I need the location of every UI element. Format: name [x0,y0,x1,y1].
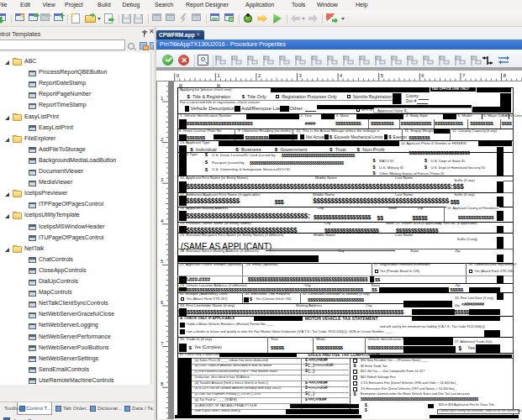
svg-text:6: 6 [421,73,424,78]
svg-text:3: 3 [299,73,303,78]
svg-text:3: 3 [161,177,164,182]
svg-text:1: 1 [217,73,220,78]
svg-text:8: 8 [504,73,507,78]
svg-text:4: 4 [340,73,343,78]
svg-text:2: 2 [258,73,261,78]
svg-text:5: 5 [381,73,384,78]
svg-text:1: 1 [161,96,164,101]
svg-text:8: 8 [161,381,164,386]
svg-text:7: 7 [462,73,466,78]
svg-text:7: 7 [161,341,164,346]
svg-text:4: 4 [161,218,164,223]
svg-text:0: 0 [177,73,180,78]
svg-text:5: 5 [161,259,164,264]
svg-text:2: 2 [161,137,164,142]
svg-text:6: 6 [161,300,164,305]
